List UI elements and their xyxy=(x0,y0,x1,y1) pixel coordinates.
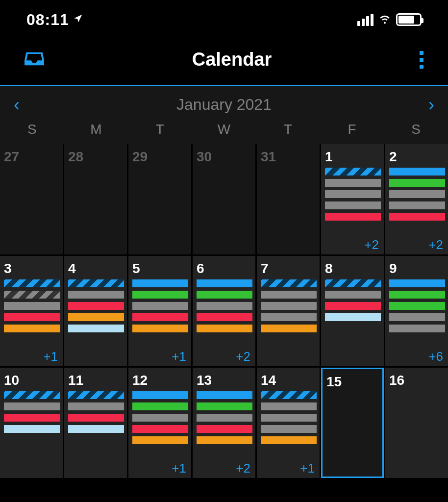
more-events-count[interactable]: +2 xyxy=(197,349,252,364)
event-bar[interactable] xyxy=(197,414,252,422)
event-bar[interactable] xyxy=(132,291,188,299)
event-bar[interactable] xyxy=(389,213,445,221)
day-cell[interactable]: 9+6 xyxy=(385,256,448,366)
event-bar[interactable] xyxy=(261,313,317,321)
event-bar[interactable] xyxy=(261,279,317,287)
event-bar[interactable] xyxy=(197,279,252,287)
event-bar[interactable] xyxy=(68,325,124,332)
day-cell[interactable]: 31 xyxy=(257,144,320,254)
event-bar[interactable] xyxy=(132,313,188,321)
more-events-count[interactable]: +1 xyxy=(132,349,188,364)
event-bar[interactable] xyxy=(132,436,188,444)
event-bar[interactable] xyxy=(68,279,124,287)
event-bar[interactable] xyxy=(68,291,124,299)
event-bar[interactable] xyxy=(197,313,252,321)
event-bar[interactable] xyxy=(197,325,252,332)
event-bar[interactable] xyxy=(325,168,381,176)
more-events-count[interactable]: +1 xyxy=(261,461,317,476)
event-bar[interactable] xyxy=(389,190,445,198)
day-cell[interactable]: 14+1 xyxy=(257,368,320,478)
month-label[interactable]: January 2021 xyxy=(176,96,272,114)
event-bar[interactable] xyxy=(325,279,381,287)
day-cell[interactable]: 13+2 xyxy=(193,368,255,478)
event-bar[interactable] xyxy=(325,179,381,187)
event-bar[interactable] xyxy=(325,213,381,221)
day-cell[interactable]: 15 xyxy=(321,368,384,478)
event-bar[interactable] xyxy=(325,190,381,198)
event-bar[interactable] xyxy=(261,402,317,410)
event-bar[interactable] xyxy=(325,201,381,209)
event-bar[interactable] xyxy=(261,391,317,399)
event-bar[interactable] xyxy=(197,291,252,299)
event-bar[interactable] xyxy=(261,291,317,299)
event-bar[interactable] xyxy=(261,325,317,332)
event-bar[interactable] xyxy=(132,414,188,422)
more-events-count[interactable]: +2 xyxy=(325,237,381,252)
event-bar[interactable] xyxy=(197,425,252,433)
event-bar[interactable] xyxy=(197,302,252,310)
day-cell[interactable]: 10 xyxy=(0,368,63,478)
event-bar[interactable] xyxy=(4,279,60,287)
event-bar[interactable] xyxy=(4,313,60,321)
more-events-count[interactable]: +1 xyxy=(132,461,188,476)
day-cell[interactable]: 30 xyxy=(193,144,255,254)
event-bar[interactable] xyxy=(68,414,124,422)
day-cell[interactable]: 2+2 xyxy=(385,144,448,254)
event-bar[interactable] xyxy=(261,414,317,422)
more-events-count[interactable]: +2 xyxy=(389,237,445,252)
event-bar[interactable] xyxy=(132,402,188,410)
event-bar[interactable] xyxy=(4,425,60,433)
event-bar[interactable] xyxy=(389,313,445,321)
day-cell[interactable]: 5+1 xyxy=(128,256,191,366)
day-cell[interactable]: 8 xyxy=(321,256,384,366)
event-bar[interactable] xyxy=(4,414,60,422)
event-bar[interactable] xyxy=(68,391,124,399)
event-bar[interactable] xyxy=(389,325,445,332)
event-bar[interactable] xyxy=(4,291,60,299)
event-bar[interactable] xyxy=(325,291,381,299)
event-bar[interactable] xyxy=(132,325,188,332)
day-cell[interactable]: 7 xyxy=(257,256,320,366)
day-cell[interactable]: 4 xyxy=(64,256,127,366)
more-events-count[interactable]: +2 xyxy=(197,461,252,476)
event-bar[interactable] xyxy=(261,425,317,433)
event-bar[interactable] xyxy=(261,302,317,310)
event-bar[interactable] xyxy=(132,302,188,310)
day-cell[interactable]: 1+2 xyxy=(321,144,384,254)
day-cell[interactable]: 16 xyxy=(385,368,448,478)
event-bar[interactable] xyxy=(197,402,252,410)
day-cell[interactable]: 28 xyxy=(64,144,127,254)
event-bar[interactable] xyxy=(325,313,381,321)
event-bar[interactable] xyxy=(389,291,445,299)
event-bar[interactable] xyxy=(132,279,188,287)
day-cell[interactable]: 27 xyxy=(0,144,63,254)
event-bar[interactable] xyxy=(197,391,252,399)
event-bar[interactable] xyxy=(68,313,124,321)
event-bar[interactable] xyxy=(4,325,60,332)
inbox-icon[interactable] xyxy=(25,50,44,69)
event-bar[interactable] xyxy=(68,402,124,410)
event-bar[interactable] xyxy=(389,201,445,209)
event-bar[interactable] xyxy=(261,436,317,444)
event-bar[interactable] xyxy=(4,391,60,399)
next-month-button[interactable]: › xyxy=(428,96,434,114)
event-bar[interactable] xyxy=(68,302,124,310)
event-bar[interactable] xyxy=(4,402,60,410)
more-icon[interactable] xyxy=(420,51,423,69)
event-bar[interactable] xyxy=(68,425,124,433)
day-cell[interactable]: 6+2 xyxy=(193,256,255,366)
event-bar[interactable] xyxy=(4,302,60,310)
event-bar[interactable] xyxy=(389,302,445,310)
event-bar[interactable] xyxy=(325,302,381,310)
event-bar[interactable] xyxy=(132,425,188,433)
event-bar[interactable] xyxy=(389,279,445,287)
event-bar[interactable] xyxy=(132,391,188,399)
prev-month-button[interactable]: ‹ xyxy=(14,96,20,114)
day-cell[interactable]: 3+1 xyxy=(0,256,63,366)
day-cell[interactable]: 11 xyxy=(64,368,127,478)
more-events-count[interactable]: +6 xyxy=(389,349,445,364)
day-cell[interactable]: 29 xyxy=(128,144,191,254)
more-events-count[interactable]: +1 xyxy=(4,349,60,364)
event-bar[interactable] xyxy=(389,179,445,187)
event-bar[interactable] xyxy=(389,168,445,176)
